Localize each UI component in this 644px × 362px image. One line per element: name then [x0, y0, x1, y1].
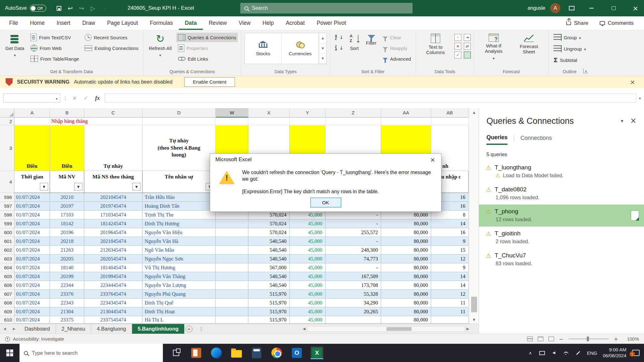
search-box[interactable]: Search — [240, 3, 413, 14]
scroll-left-icon[interactable]: ◀ — [303, 327, 305, 331]
row-header[interactable]: 600 — [0, 228, 14, 237]
share-button[interactable]: Share — [562, 18, 592, 28]
clear-filter-button[interactable]: Clear — [381, 33, 413, 42]
accessibility-status[interactable]: Accessibility: Investigate — [5, 336, 64, 342]
edit-links-button[interactable]: Edit Links — [176, 54, 238, 63]
cell[interactable] — [431, 118, 469, 125]
avatar[interactable]: A — [550, 3, 560, 13]
network-icon[interactable] — [563, 350, 569, 355]
cell-monthly-id[interactable]: 1710345474 — [84, 211, 142, 219]
zoom-slider[interactable] — [569, 338, 609, 339]
manage-data-model-icon[interactable] — [464, 52, 471, 58]
cell[interactable] — [248, 118, 290, 125]
row-header[interactable]: 604 — [0, 263, 14, 272]
cell-amount[interactable]: 11 — [431, 299, 469, 307]
cell-employee-id[interactable]: 20197 — [50, 202, 84, 211]
column-header[interactable]: Z — [325, 108, 381, 118]
ribbon-display-options-icon[interactable] — [565, 2, 578, 14]
notebook-app-icon[interactable] — [190, 347, 203, 359]
cell-employee-name[interactable]: Nguyễn Phú Quang — [142, 290, 216, 299]
cell[interactable] — [216, 211, 248, 219]
table-header-cell[interactable]: Mã NS theo tháng — [84, 171, 142, 193]
cell-employee-id[interactable]: 20196 — [50, 228, 84, 237]
text-to-columns-button[interactable]: Text to Columns — [419, 33, 452, 56]
cell-employee-id[interactable]: 20205 — [50, 255, 84, 263]
cell-monthly-id[interactable]: 2126345474 — [84, 246, 142, 255]
column-header[interactable]: B — [50, 108, 84, 118]
column-header[interactable]: A — [14, 108, 50, 118]
cell-employee-id[interactable]: 20210 — [50, 193, 84, 202]
relationships-icon[interactable] — [464, 43, 471, 50]
more-sheets-icon[interactable]: ⋮ — [194, 324, 209, 334]
cell-amount[interactable]: 540,540 — [248, 237, 290, 246]
cell-monthly-id[interactable]: 2019745474 — [84, 202, 142, 211]
cell-monthly-id[interactable]: 2019645474 — [84, 228, 142, 237]
page-layout-view-icon[interactable] — [538, 337, 543, 341]
cell-employee-name[interactable]: Nguyễn Văn Hiệu — [142, 228, 216, 237]
autosave-toggle[interactable]: Off — [30, 5, 46, 12]
filter-dropdown-icon[interactable] — [74, 183, 82, 190]
cell-employee-name[interactable]: Đinh Thị Quế — [142, 299, 216, 307]
cell[interactable] — [216, 246, 248, 255]
ribbon-tab[interactable]: Help — [257, 16, 280, 30]
cell-employee-name[interactable]: Hà Thị L — [142, 316, 216, 324]
cell-monthly-id[interactable]: 2234345474 — [84, 299, 142, 307]
cell-amount[interactable]: 167,509 — [325, 272, 381, 281]
security-bar-close-icon[interactable]: × — [627, 78, 638, 86]
cell[interactable] — [216, 272, 248, 281]
cell-date[interactable]: 01/07/2024 — [14, 263, 50, 272]
zoom-out-icon[interactable]: − — [559, 336, 564, 342]
row-header[interactable]: 598 — [0, 211, 14, 219]
cell[interactable] — [216, 316, 248, 324]
stocks-button[interactable]: Stocks — [245, 33, 282, 64]
cell-amount[interactable]: 45,000 — [290, 281, 325, 290]
horizontal-scrollbar[interactable]: ◀ ▶ — [303, 324, 469, 334]
from-text-csv-button[interactable]: From Text/CSV — [29, 33, 80, 42]
query-item[interactable]: T_ChucVu7 83 rows loaded. — [479, 249, 644, 271]
cell-amount[interactable]: 34,290 — [325, 299, 381, 307]
cell-employee-name[interactable]: Hoàng Đình Tấn — [142, 202, 216, 211]
refresh-all-button[interactable]: ↻ Refresh All — [147, 33, 174, 59]
cell-amount[interactable]: 80,000 — [381, 316, 431, 324]
cell-amount[interactable]: 45,000 — [290, 219, 325, 228]
column-header[interactable]: W — [216, 108, 248, 118]
row-header[interactable]: 608 — [0, 299, 14, 307]
cell-amount[interactable]: 8 — [431, 211, 469, 219]
cell-amount[interactable]: 9 — [431, 237, 469, 246]
cell-amount[interactable]: 570,024 — [248, 219, 290, 228]
cell-employee-id[interactable]: 21263 — [50, 246, 84, 255]
cell-amount[interactable]: 45,000 — [290, 255, 325, 263]
cell[interactable]: Điền — [14, 125, 50, 171]
outline-dialog-launcher-icon[interactable] — [583, 69, 588, 73]
cell-amount[interactable]: 45,000 — [290, 299, 325, 307]
row-header[interactable]: 610 — [0, 316, 14, 324]
cell-amount[interactable]: 45,000 — [290, 263, 325, 272]
cell-date[interactable]: 01/07/2024 — [14, 299, 50, 307]
scroll-up-icon[interactable]: ▲ — [469, 108, 479, 116]
subtotal-button[interactable]: ΣSubtotal — [552, 55, 588, 65]
cell-note[interactable]: Nhập hàng tháng — [50, 118, 84, 125]
column-header[interactable]: D — [142, 108, 216, 118]
cell[interactable] — [216, 290, 248, 299]
column-header[interactable]: AA — [381, 108, 431, 118]
cell-amount[interactable]: 570,024 — [248, 211, 290, 219]
cell-amount[interactable]: 515,970 — [248, 299, 290, 307]
cell-monthly-id[interactable]: 2130445474 — [84, 307, 142, 316]
remove-duplicates-icon[interactable] — [454, 43, 461, 50]
cell-monthly-id[interactable]: 2019945474 — [84, 272, 142, 281]
cell-monthly-id[interactable]: 1814045474 — [84, 263, 142, 272]
horizontal-scrollbar-thumb[interactable] — [386, 327, 412, 331]
cell-amount[interactable]: 540,540 — [248, 272, 290, 281]
cell-date[interactable]: 01/07/2024 — [14, 246, 50, 255]
cell[interactable] — [216, 299, 248, 307]
currencies-button[interactable]: Currencies — [282, 33, 319, 64]
cell-amount[interactable]: 45,000 — [290, 246, 325, 255]
cell-employee-name[interactable]: Ngô Văn Mão — [142, 246, 216, 255]
pen-icon[interactable] — [575, 350, 581, 355]
cell-amount[interactable]: - — [325, 263, 381, 272]
cell-monthly-id[interactable]: 2234445474 — [84, 281, 142, 290]
from-web-button[interactable]: From Web — [29, 43, 80, 53]
sheet-tab[interactable]: 2_Nhansu — [56, 324, 91, 334]
cell-amount[interactable]: 12 — [431, 290, 469, 299]
sort-button[interactable]: AZ Sort — [347, 33, 361, 52]
